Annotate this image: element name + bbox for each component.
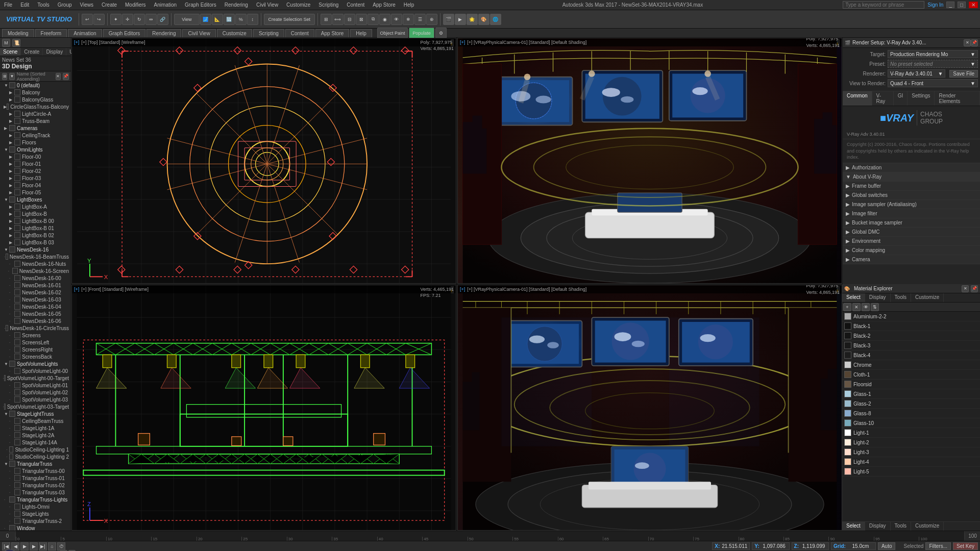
collapse-bucket-sampler[interactable]: ▶Bucket image sampler bbox=[843, 218, 980, 228]
tree-item-nd_06[interactable]: ·NewsDesk-16-06 bbox=[0, 317, 71, 324]
tree-item-default[interactable]: ▼0 (default) bbox=[0, 82, 71, 89]
freeze-btn[interactable]: ❄ bbox=[403, 14, 414, 25]
tree-item-floor_05[interactable]: ▶Floor-05 bbox=[0, 189, 71, 196]
menu-appstore[interactable]: App Store bbox=[371, 2, 397, 8]
tab-civilview[interactable]: Civil View bbox=[182, 29, 215, 37]
menu-create[interactable]: Create bbox=[100, 2, 119, 8]
collapse-global-dmc[interactable]: ▶Global DMC bbox=[843, 228, 980, 237]
tree-item-nd_beam_truss[interactable]: ·NewsDesk-16-BeamTruss bbox=[0, 253, 71, 260]
snap-btn[interactable]: 📐 bbox=[212, 14, 223, 25]
group-btn[interactable]: ⊕ bbox=[426, 14, 437, 25]
menu-modifiers[interactable]: Modifiers bbox=[123, 2, 148, 8]
tl-mark-40[interactable]: 40 bbox=[377, 537, 422, 541]
tree-item-nd_05[interactable]: ·NewsDesk-16-05 bbox=[0, 310, 71, 317]
tree-item-tt_03[interactable]: ·TriangularTruss-03 bbox=[0, 489, 71, 496]
mtl-editor-btn[interactable]: 🎨 bbox=[478, 14, 489, 25]
tl-mark-25[interactable]: 25 bbox=[241, 537, 286, 541]
scene-filter-btn[interactable]: ▼ bbox=[9, 73, 14, 80]
mat-item-black_3[interactable]: Black-3 bbox=[842, 341, 980, 350]
tl-mark-30[interactable]: 30 bbox=[287, 537, 332, 541]
scene-pin-btn[interactable]: 📌 bbox=[63, 73, 69, 80]
tab-rendering[interactable]: Rendering bbox=[146, 29, 181, 37]
tree-item-svl_01[interactable]: ·SpotVolumeLight-01 bbox=[0, 382, 71, 389]
tl-mark-0[interactable]: 0 bbox=[16, 537, 61, 541]
tl-mark-85[interactable]: 85 bbox=[783, 537, 828, 541]
tab-render-elements[interactable]: Render Elements bbox=[935, 91, 980, 106]
tl-mark-95[interactable]: 95 bbox=[874, 537, 919, 541]
tree-item-stage_light_14a[interactable]: ·StageLight-14A bbox=[0, 439, 71, 446]
collapse-camera[interactable]: ▶Camera bbox=[843, 255, 980, 264]
search-input[interactable] bbox=[843, 1, 924, 9]
preset-dropdown[interactable]: No preset selected ▼ bbox=[888, 60, 978, 68]
mat-item-cloth_1[interactable]: Cloth-1 bbox=[842, 370, 980, 380]
menu-views[interactable]: Views bbox=[78, 2, 96, 8]
tree-item-floor_03[interactable]: ▶Floor-03 bbox=[0, 174, 71, 182]
menu-edit[interactable]: Edit bbox=[18, 2, 31, 8]
tree-item-news_desk_16[interactable]: ▼NewsDesk-16 bbox=[0, 246, 71, 253]
vp-br-plus[interactable]: [+] bbox=[460, 287, 465, 292]
tree-item-lightbox_b03[interactable]: ▶LightBox-B 03 bbox=[0, 239, 71, 246]
tab-freeform[interactable]: Freeform bbox=[35, 29, 67, 37]
tree-item-light_circle[interactable]: ▶LightCircle-A bbox=[0, 110, 71, 117]
menu-rendering[interactable]: Rendering bbox=[223, 2, 250, 8]
clone-btn[interactable]: ⧉ bbox=[368, 14, 379, 25]
tree-item-nd_04[interactable]: ·NewsDesk-16-04 bbox=[0, 303, 71, 310]
scene-sort-btn[interactable]: ⊞ bbox=[2, 73, 7, 80]
render-setup-pin[interactable]: 📌 bbox=[971, 39, 978, 46]
spacing-btn[interactable]: ⊠ bbox=[356, 14, 367, 25]
view-render-dropdown[interactable]: Quad 4 - Front ▼ bbox=[888, 79, 978, 87]
tab-customize[interactable]: Customize bbox=[217, 29, 252, 37]
mat-explorer-pin[interactable]: 📌 bbox=[971, 285, 978, 292]
target-dropdown[interactable]: Production Rendering Mo ▼ bbox=[888, 50, 978, 58]
menu-graph[interactable]: Graph Editors bbox=[183, 2, 218, 8]
mat-item-black_4[interactable]: Black-4 bbox=[842, 350, 980, 360]
mat-btab-customize[interactable]: Customize bbox=[911, 522, 944, 531]
menu-tools[interactable]: Tools bbox=[35, 2, 51, 8]
mat-item-aluminium_2_2[interactable]: Aluminium-2-2 bbox=[842, 312, 980, 321]
collapse-image-filter[interactable]: ▶Image filter bbox=[843, 209, 980, 218]
render-btn[interactable]: ▶ bbox=[455, 14, 466, 25]
tree-item-circle_glass_truss[interactable]: ▶CircleGlassTruss-Balcony bbox=[0, 103, 71, 110]
tl-mark-50[interactable]: 50 bbox=[468, 537, 512, 541]
tab-vray[interactable]: V-Ray bbox=[872, 91, 894, 106]
render-setup-btn[interactable]: 🎬 bbox=[443, 14, 454, 25]
menu-help[interactable]: Help bbox=[402, 2, 416, 8]
mat-item-floorsid[interactable]: Floorsid bbox=[842, 380, 980, 389]
tree-item-lights_omni[interactable]: ·Lights-Omni bbox=[0, 503, 71, 510]
tree-item-ceiling_track[interactable]: ▶CeilingTrack bbox=[0, 132, 71, 139]
tab-content[interactable]: Content bbox=[285, 29, 314, 37]
tree-item-svl_00_target[interactable]: ·SpotVolumeLight-00-Target bbox=[0, 374, 71, 382]
menu-animation[interactable]: Animation bbox=[152, 2, 179, 8]
mat-item-glass_1[interactable]: Glass-1 bbox=[842, 389, 980, 399]
tree-item-svl_02[interactable]: ·SpotVolumeLight-02 bbox=[0, 389, 71, 396]
tree-item-lightbox_b02[interactable]: ▶LightBox-B 02 bbox=[0, 232, 71, 239]
mat-item-light_5[interactable]: Light-5 bbox=[842, 467, 980, 477]
redo-btn[interactable]: ↪ bbox=[93, 14, 105, 25]
mat-tab-tools[interactable]: Tools bbox=[891, 293, 911, 302]
tree-item-lightbox_b[interactable]: ▶LightBox-B bbox=[0, 210, 71, 217]
tree-item-screens[interactable]: ·Screens bbox=[0, 332, 71, 339]
tree-item-lightbox_b00[interactable]: ▶LightBox-B 00 bbox=[0, 217, 71, 224]
tree-item-screens_left[interactable]: ·ScreensLeft bbox=[0, 339, 71, 346]
mat-sort-btn[interactable]: ⇅ bbox=[871, 303, 879, 311]
window-close[interactable]: ✕ bbox=[969, 2, 978, 8]
filters-btn[interactable]: Filters... bbox=[925, 542, 951, 550]
render-setup-close[interactable]: ✕ bbox=[964, 39, 971, 46]
collapse-about-vray[interactable]: ▼About V-Ray bbox=[843, 172, 980, 182]
collapse-global-switches[interactable]: ▶Global switches bbox=[843, 191, 980, 200]
tab-settings[interactable]: Settings bbox=[908, 91, 935, 106]
viewport-top-right[interactable]: [+] [+] [VRayPhysicalCamera-01] [Standar… bbox=[457, 38, 842, 284]
tree-item-lightbox_a[interactable]: ▶LightBox-A bbox=[0, 203, 71, 210]
mat-tab-select[interactable]: Select bbox=[842, 293, 865, 302]
tab-grapheditors[interactable]: Graph Editors bbox=[103, 29, 146, 37]
tree-item-triangular_truss[interactable]: ▼TriangularTruss bbox=[0, 460, 71, 467]
tree-item-nd_02[interactable]: ·NewsDesk-16-02 bbox=[0, 289, 71, 296]
align-btn[interactable]: ⊞ bbox=[321, 14, 332, 25]
user-avatar[interactable] bbox=[2, 549, 17, 552]
menu-customize[interactable]: Customize bbox=[284, 2, 312, 8]
pct-snap-btn[interactable]: % bbox=[235, 14, 247, 25]
tree-item-spot_vol_lights[interactable]: ▼SpotVolumeLights bbox=[0, 360, 71, 367]
mat-add-btn[interactable]: + bbox=[843, 303, 851, 311]
isolate-btn[interactable]: ◉ bbox=[379, 14, 390, 25]
mat-item-glass_8[interactable]: Glass-8 bbox=[842, 409, 980, 418]
